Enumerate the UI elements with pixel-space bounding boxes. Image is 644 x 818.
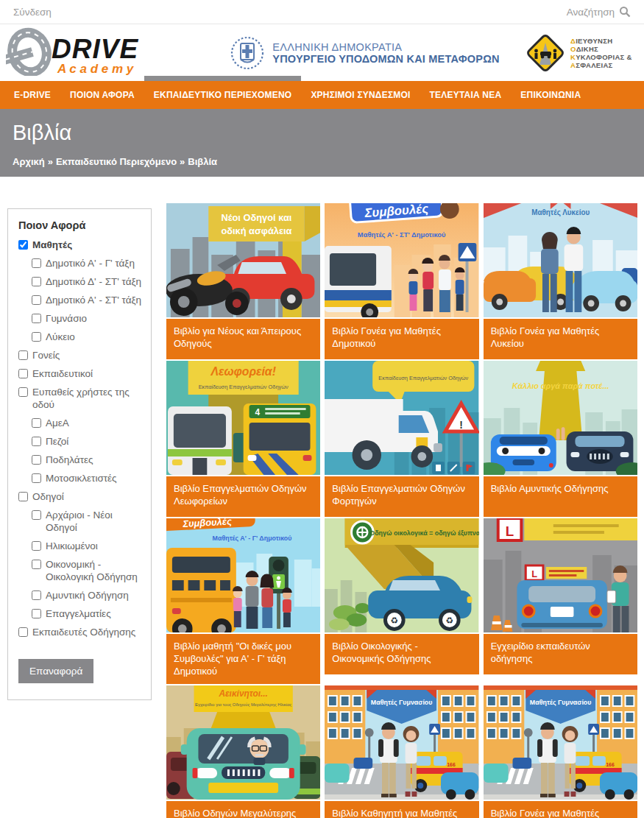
book-title: Βιβλίο Γονέα για Μαθητές Λυκείου <box>484 319 637 359</box>
checkbox-mathites[interactable] <box>18 240 28 250</box>
filter-item-odigoi[interactable]: Οδηγοί <box>18 490 142 503</box>
book-tile-truck-drivers[interactable]: Εκπαίδευση Επαγγελματιών Οδηγών ! <box>325 361 478 517</box>
checkbox-podilates[interactable] <box>32 455 41 465</box>
search-icon[interactable] <box>619 6 631 18</box>
filter-item-mathites[interactable]: Μαθητές <box>18 239 142 251</box>
filter-item-pezoi[interactable]: Πεζοί <box>32 435 142 448</box>
checkbox-goneis[interactable] <box>18 350 28 360</box>
checkbox-oikonomiki[interactable] <box>32 560 41 569</box>
svg-text:Αεικίνητοι...: Αεικίνητοι... <box>218 688 267 699</box>
brand-academy-text: A c a d e m y <box>57 62 135 76</box>
checkbox-ilikiomenoi[interactable] <box>32 541 41 551</box>
book-tile-gym-teacher[interactable]: Μαθητές Γυμνασίου 166 <box>325 685 478 818</box>
filter-sidebar: Ποιον Αφορά Μαθητές Δημοτικό Α' - Γ' τάξ… <box>7 208 152 700</box>
page-title: Βιβλία <box>13 121 631 145</box>
breadcrumb-home[interactable]: Αρχική <box>13 156 45 167</box>
checkbox-lykeio[interactable] <box>32 332 41 342</box>
edrive-academy-logo[interactable]: DRIVE A c a d e m y <box>6 27 175 79</box>
svg-text:L: L <box>531 568 537 579</box>
search-link[interactable]: Αναζήτηση <box>567 7 615 18</box>
svg-text:♻: ♻ <box>391 616 399 626</box>
road-safety-sign-icon <box>525 32 566 74</box>
book-tile-parent-primary[interactable]: Συμβουλές Μαθητές Α' - ΣΤ' Δημοτικού <box>325 203 478 359</box>
filter-item-oikonomiki-oikologiki[interactable]: Οικονομική - Οικολογική Οδήγηση <box>32 558 142 583</box>
book-tile-instructors[interactable]: L L <box>484 518 637 674</box>
book-title: Βιβλίο μαθητή "Οι δικές μου Συμβουλές" γ… <box>166 634 320 684</box>
checkbox-gymnasio[interactable] <box>32 314 41 323</box>
filter-item-amyntiki[interactable]: Αμυντική Οδήγηση <box>32 589 142 602</box>
login-link[interactable]: Σύνδεση <box>13 7 52 18</box>
book-tile-parent-lyceum[interactable]: Μαθητές Λυκείου <box>484 203 637 359</box>
nav-item-ekpaideytiko-periexomeno[interactable]: ΕΚΠΑΙΔΕΥΤΙΚΟ ΠΕΡΙΕΧΟΜΕΝΟ <box>144 81 302 109</box>
svg-text:166: 166 <box>447 762 456 767</box>
site-header: DRIVE A c a d e m y ΕΛΛΗΝΙΚΗ ΔΗΜΟΚΡΑΤΙΑ … <box>0 24 644 81</box>
breadcrumb-section[interactable]: Εκπαιδευτικό Περιεχόμενο <box>56 156 177 167</box>
nav-item-poion-afora[interactable]: ΠΟΙΟΝ ΑΦΟΡΑ <box>60 81 144 109</box>
svg-text:Εγχειρίδιο για τους Οδηγούς Με: Εγχειρίδιο για τους Οδηγούς Μεγαλύτερης … <box>195 702 291 707</box>
filter-item-dimotiko-a-c[interactable]: Δημοτικό Α' - Γ' τάξη <box>32 257 142 269</box>
book-tile-eco-driving[interactable]: Οδηγώ οικολογικά = οδηγώ έξυπνα ♻ <box>325 518 478 674</box>
filter-item-dimotiko-a-st[interactable]: Δημοτικό Α' - ΣΤ' τάξη <box>32 294 142 306</box>
book-tile-student-primary[interactable]: Συμβουλές Μαθητές Α' - Γ' Δημοτικού <box>166 518 320 684</box>
filter-title: Ποιον Αφορά <box>18 219 142 231</box>
book-title: Βιβλίο Γονέα για Μαθητές Γυμνασίου <box>484 801 637 818</box>
book-tile-defensive-driving[interactable]: Κάλλιο αργά παρά ποτέ... <box>484 361 637 517</box>
checkbox-arxarioi[interactable] <box>32 510 41 520</box>
nav-item-teleytaia-nea[interactable]: ΤΕΛΕΥΤΑΙΑ ΝΕΑ <box>420 81 512 109</box>
nav-item-epikoinonia[interactable]: ΕΠΙΚΟΙΝΩΝΙΑ <box>511 81 590 109</box>
book-tile-gym-parent[interactable]: Μαθητές Γυμνασίου 166 <box>484 685 637 818</box>
cover-white-bus <box>168 406 232 475</box>
filter-item-ilikiomenoi[interactable]: Ηλικιωμένοι <box>32 540 142 552</box>
filter-item-lykeio[interactable]: Λύκειο <box>32 331 142 343</box>
main-nav: E-DRIVE ΠΟΙΟΝ ΑΦΟΡΑ ΕΚΠΑΙΔΕΥΤΙΚΟ ΠΕΡΙΕΧΟ… <box>0 81 644 109</box>
cover-yellow-bus: 4 <box>244 403 316 475</box>
checkbox-amyntiki[interactable] <box>32 590 41 600</box>
book-title: Βιβλίο Οδηγών Μεγαλύτερης Ηλικίας <box>166 801 320 818</box>
ministry-line2: ΥΠΟΥΡΓΕΙΟ ΥΠΟΔΟΜΩΝ ΚΑΙ ΜΕΤΑΦΟΡΩΝ <box>272 53 499 65</box>
checkbox-epaggelmaties[interactable] <box>32 609 41 618</box>
checkbox-dimotiko-a-c[interactable] <box>32 258 41 268</box>
svg-text:Εκπαίδευση Επαγγελματιών Οδηγώ: Εκπαίδευση Επαγγελματιών Οδηγών <box>199 384 289 390</box>
book-cover-eco-driving: Οδηγώ οικολογικά = οδηγώ έξυπνα ♻ <box>325 518 478 632</box>
checkbox-ekpaideytikoi[interactable] <box>18 369 28 378</box>
breadcrumb-current: Βιβλία <box>188 156 217 167</box>
book-grid: Νέοι Οδηγοί και οδική ασφάλεια Βιβλίο γι… <box>166 203 637 818</box>
ministry-line1: ΕΛΛΗΝΙΚΗ ΔΗΜΟΚΡΑΤΙΑ <box>272 41 499 53</box>
breadcrumb: Αρχική»Εκπαιδευτικό Περιεχόμενο»Βιβλία <box>13 156 631 167</box>
svg-text:Μαθητές Α' - ΣΤ' Δημοτικού: Μαθητές Α' - ΣΤ' Δημοτικού <box>358 230 446 239</box>
filter-item-ekpaideytikoi[interactable]: Εκπαιδευτικοί <box>18 367 142 380</box>
checkbox-ekpaideytes[interactable] <box>18 627 28 637</box>
book-title: Βιβλίο Οικολογικής - Οικονομικής Οδήγηση… <box>325 634 478 674</box>
checkbox-dimotiko-d-st[interactable] <box>32 277 41 286</box>
filter-item-epaggelmaties[interactable]: Επαγγελματίες <box>32 607 142 620</box>
book-tile-new-drivers[interactable]: Νέοι Οδηγοί και οδική ασφάλεια Βιβλίο γι… <box>166 203 320 359</box>
svg-text:4: 4 <box>255 407 260 417</box>
filter-item-arxarioi[interactable]: Αρχάριοι - Νέοι Οδηγοί <box>32 509 142 534</box>
book-cover-defensive-driving: Κάλλιο αργά παρά ποτέ... <box>484 361 637 475</box>
reset-filters-button[interactable]: Επαναφορά <box>18 659 93 683</box>
book-title: Εγχειρίδιο εκπαιδευτών οδήγησης <box>484 634 637 674</box>
filter-item-gymnasio[interactable]: Γυμνάσιο <box>32 312 142 325</box>
filter-item-podilates[interactable]: Ποδηλάτες <box>32 454 142 466</box>
filter-item-eypatheis[interactable]: Ευπαθείς χρήστες της οδού <box>18 386 142 411</box>
nav-item-xrisimoi-syndesmoi[interactable]: ΧΡΗΣΙΜΟΙ ΣΥΝΔΕΣΜΟΙ <box>301 81 420 109</box>
filter-item-goneis[interactable]: Γονείς <box>18 349 142 362</box>
nav-item-edrive[interactable]: E-DRIVE <box>4 81 60 109</box>
filter-item-dimotiko-d-st[interactable]: Δημοτικό Δ' - ΣΤ' τάξη <box>32 275 142 288</box>
checkbox-motosikletistes[interactable] <box>32 473 41 483</box>
filter-item-amea[interactable]: ΑμεΑ <box>32 417 142 429</box>
cover-school-bus <box>166 548 236 632</box>
book-title: Βιβλίο Επαγγελματιών Οδηγών Φορτηγών <box>325 476 478 517</box>
svg-text:Κάλλιο αργά παρά ποτέ...: Κάλλιο αργά παρά ποτέ... <box>512 381 609 390</box>
greek-emblem-icon <box>230 35 265 71</box>
checkbox-eypatheis[interactable] <box>18 387 28 397</box>
checkbox-amea[interactable] <box>32 418 41 428</box>
checkbox-dimotiko-a-st[interactable] <box>32 295 41 305</box>
search-box[interactable]: Αναζήτηση <box>567 6 631 18</box>
book-tile-bus-drivers[interactable]: Λεωφορεία! Εκπαίδευση Επαγγελματιών Οδηγ… <box>166 361 320 517</box>
checkbox-odigoi[interactable] <box>18 492 28 501</box>
book-tile-older-drivers[interactable]: Αεικίνητοι... Εγχειρίδιο για τους Οδηγού… <box>166 685 320 818</box>
checkbox-pezoi[interactable] <box>32 437 41 446</box>
filter-item-ekpaideytes-odigisis[interactable]: Εκπαιδευτές Οδήγησης <box>18 626 142 638</box>
filter-item-motosikletistes[interactable]: Μοτοσικλετιστές <box>32 472 142 484</box>
